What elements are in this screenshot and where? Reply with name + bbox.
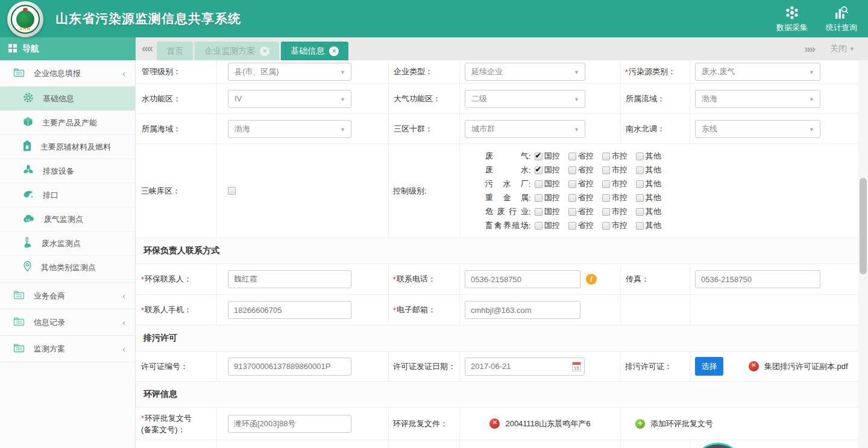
- gas-cloud-icon: co₂: [23, 214, 35, 225]
- sidebar-item-other-monitor-points[interactable]: 其他类别监测点: [0, 256, 135, 280]
- livestock-other-checkbox[interactable]: [636, 222, 644, 230]
- permit-date-input[interactable]: [465, 358, 585, 376]
- gas-municipal-checkbox[interactable]: [602, 153, 610, 160]
- field-label: 许可证编号：: [136, 352, 217, 381]
- eia-file-name[interactable]: 20041118山东晨鸣年产6: [505, 418, 590, 429]
- livestock-national-checkbox[interactable]: [535, 222, 542, 230]
- permit-number-input[interactable]: [228, 358, 351, 376]
- flask-icon: [23, 237, 33, 250]
- calendar-icon[interactable]: 15: [572, 362, 581, 371]
- water-municipal-checkbox[interactable]: [602, 166, 610, 174]
- basic-info-form: 管理级别： 县(市、区属) 企业类型： 延续企业 *污染源类别： 废水,废气 水…: [136, 60, 858, 448]
- page-title: 山东省污染源监测信息共享系统: [55, 0, 241, 37]
- sea-area-select[interactable]: 渤海: [228, 120, 351, 138]
- chevron-left-icon: ‹: [122, 291, 125, 301]
- three-gorges-checkbox[interactable]: [228, 187, 236, 195]
- logo-emblem-icon: ZHB: [11, 5, 40, 34]
- field-label: 所属海域：: [136, 114, 217, 144]
- info-icon[interactable]: [586, 274, 597, 285]
- sidebar-item-main-products[interactable]: 主要产品及产能: [0, 111, 135, 135]
- sidebar-item-waste-water-points[interactable]: 废水监测点: [0, 232, 135, 256]
- data-collection-button[interactable]: 数据采集: [776, 5, 808, 33]
- three-zones-ten-clusters-select[interactable]: 城市群: [465, 120, 585, 138]
- water-national-checkbox[interactable]: [535, 166, 542, 174]
- control-level-row-hazwaste: 危废行业: 国控 省控 市控 其他: [485, 206, 670, 217]
- map-pin-icon: [23, 261, 32, 274]
- water-function-zone-select[interactable]: IV: [228, 90, 351, 108]
- section-title-eia: 环评信息: [136, 382, 858, 408]
- sidebar-group-monitor-plan[interactable]: 监测方案 ‹: [0, 336, 135, 362]
- livestock-provincial-checkbox[interactable]: [568, 222, 576, 230]
- hazwaste-municipal-checkbox[interactable]: [602, 208, 610, 216]
- tab-home[interactable]: 首页: [157, 42, 193, 60]
- statistics-query-button[interactable]: 统计查询: [826, 5, 857, 33]
- tab-enterprise-monitor-plan[interactable]: 企业监测方案 ✕: [195, 42, 279, 60]
- permit-file-name[interactable]: 集团排污许可证副本.pdf: [764, 361, 848, 372]
- metal-other-checkbox[interactable]: [636, 194, 644, 202]
- management-level-select[interactable]: 县(市、区属): [228, 63, 351, 81]
- chevron-down-icon: [574, 96, 579, 103]
- chevron-down-icon: [574, 69, 579, 75]
- close-icon[interactable]: ✕: [260, 46, 269, 56]
- metal-provincial-checkbox[interactable]: [568, 194, 576, 202]
- delete-file-icon[interactable]: [489, 418, 500, 429]
- sidebar-item-outlet[interactable]: 排口: [0, 183, 135, 207]
- hazwaste-other-checkbox[interactable]: [636, 208, 644, 216]
- field-label: 管理级别：: [136, 60, 217, 83]
- sewage-municipal-checkbox[interactable]: [602, 180, 610, 188]
- tab-basic-info[interactable]: 基础信息 ✕: [281, 42, 348, 60]
- hazwaste-national-checkbox[interactable]: [535, 208, 542, 216]
- close-icon[interactable]: ✕: [329, 46, 339, 56]
- fax-input[interactable]: [695, 270, 820, 288]
- sidebar-group-business-consult[interactable]: 业务会商 ‹: [0, 283, 135, 309]
- tabs-scroll-left-icon[interactable]: ««: [136, 42, 157, 56]
- sidebar-item-raw-materials-fuel[interactable]: 主要原辅材料及燃料: [0, 135, 135, 159]
- section-title-contact: 环保负责人联系方式: [136, 238, 858, 264]
- field-label: *环评批复文号(备案文号)：: [136, 408, 217, 440]
- air-function-zone-select[interactable]: 二级: [465, 90, 585, 108]
- metal-national-checkbox[interactable]: [535, 194, 542, 202]
- chevron-down-icon: [809, 127, 814, 133]
- gas-national-checkbox[interactable]: [535, 153, 542, 160]
- sidebar-item-waste-gas-points[interactable]: co₂ 废气监测点: [0, 207, 135, 232]
- choose-file-button[interactable]: 选择: [695, 357, 723, 376]
- sidebar-nav-header: 导航: [0, 37, 136, 60]
- sidebar-item-basic-info[interactable]: 基础信息: [0, 87, 135, 111]
- sewage-national-checkbox[interactable]: [535, 180, 542, 188]
- sewage-provincial-checkbox[interactable]: [568, 180, 576, 188]
- field-label: 三峡库区：: [136, 144, 217, 238]
- chevron-down-icon: [574, 127, 579, 133]
- contact-mobile-input[interactable]: [228, 301, 351, 319]
- folder-icon: [13, 290, 25, 301]
- gas-other-checkbox[interactable]: [636, 153, 644, 160]
- livestock-municipal-checkbox[interactable]: [602, 222, 610, 230]
- field-label: *联系电话：: [389, 264, 460, 294]
- sidebar: 企业信息填报 ‹ 基础信息 主要产品及产能: [0, 60, 136, 448]
- sidebar-group-info-records[interactable]: 信息记录 ‹: [0, 309, 135, 336]
- enterprise-type-select[interactable]: 延续企业: [465, 63, 585, 81]
- pollution-source-type-select[interactable]: 废水,废气: [695, 63, 820, 81]
- sidebar-group-enterprise-info[interactable]: 企业信息填报 ‹: [0, 60, 135, 87]
- basin-select[interactable]: 渤海: [695, 90, 820, 108]
- contact-phone-input[interactable]: [465, 270, 580, 288]
- south-north-water-select[interactable]: 东线: [695, 120, 820, 138]
- tabs-scroll-right-icon[interactable]: »»: [804, 42, 814, 55]
- water-provincial-checkbox[interactable]: [568, 166, 576, 174]
- control-level-row-sewage-plant: 污水厂: 国控 省控 市控 其他: [485, 178, 670, 189]
- water-other-checkbox[interactable]: [636, 166, 644, 174]
- hazwaste-provincial-checkbox[interactable]: [568, 208, 576, 216]
- top-header: ZHB 山东省污染源监测信息共享系统 数据采集: [0, 0, 868, 37]
- add-icon[interactable]: [635, 419, 645, 429]
- env-contact-input[interactable]: [228, 270, 351, 288]
- add-eia-doc-link[interactable]: 添加环评批复文号: [650, 418, 713, 429]
- email-input[interactable]: [465, 301, 580, 319]
- sidebar-item-emission-equipment[interactable]: 排放设备: [0, 159, 135, 183]
- metal-municipal-checkbox[interactable]: [602, 194, 610, 202]
- scrollbar-thumb[interactable]: [860, 178, 867, 274]
- gas-provincial-checkbox[interactable]: [568, 153, 576, 160]
- eia-doc-number-input[interactable]: [228, 415, 351, 433]
- delete-file-icon[interactable]: [749, 361, 759, 371]
- close-tabs-menu[interactable]: 关闭▼: [830, 43, 855, 54]
- chevron-left-icon: ‹: [122, 318, 125, 327]
- sewage-other-checkbox[interactable]: [636, 180, 644, 188]
